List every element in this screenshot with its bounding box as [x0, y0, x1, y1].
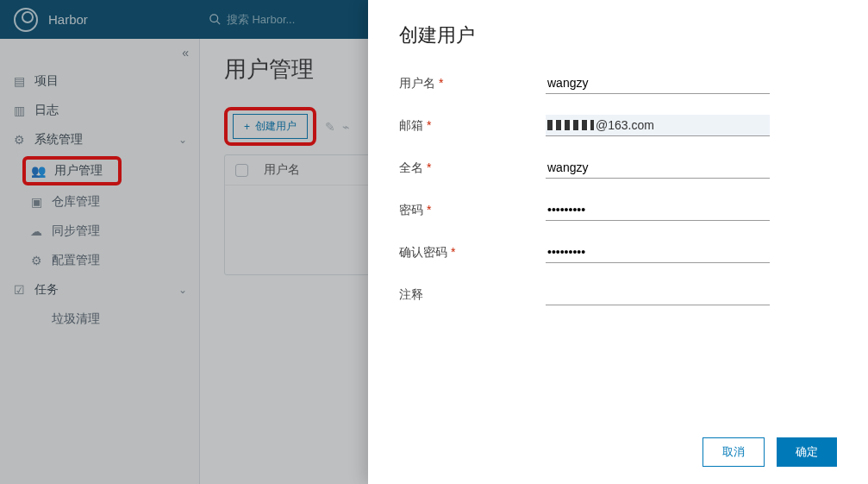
label-comment: 注释 — [399, 287, 546, 303]
email-suffix: @163.com — [596, 118, 654, 132]
input-email[interactable]: @163.com — [546, 115, 770, 136]
input-confirm-password[interactable] — [546, 242, 770, 263]
input-password[interactable] — [546, 199, 770, 221]
redacted-email-prefix — [547, 120, 594, 130]
label-username: 用户名* — [399, 76, 546, 91]
label-email: 邮箱* — [399, 118, 546, 134]
create-user-modal: 创建用户 用户名* 邮箱* @163.com 全名* 密码* 确认密码* — [368, 0, 868, 484]
input-fullname[interactable] — [546, 157, 770, 179]
input-username[interactable] — [546, 72, 770, 94]
input-comment[interactable] — [546, 284, 770, 305]
label-password: 密码* — [399, 203, 546, 218]
confirm-button[interactable]: 确定 — [777, 437, 837, 467]
label-confirm-password: 确认密码* — [399, 245, 546, 261]
label-fullname: 全名* — [399, 160, 546, 176]
cancel-button[interactable]: 取消 — [703, 437, 765, 467]
modal-title: 创建用户 — [399, 22, 837, 48]
modal-footer: 取消 确定 — [399, 437, 837, 467]
